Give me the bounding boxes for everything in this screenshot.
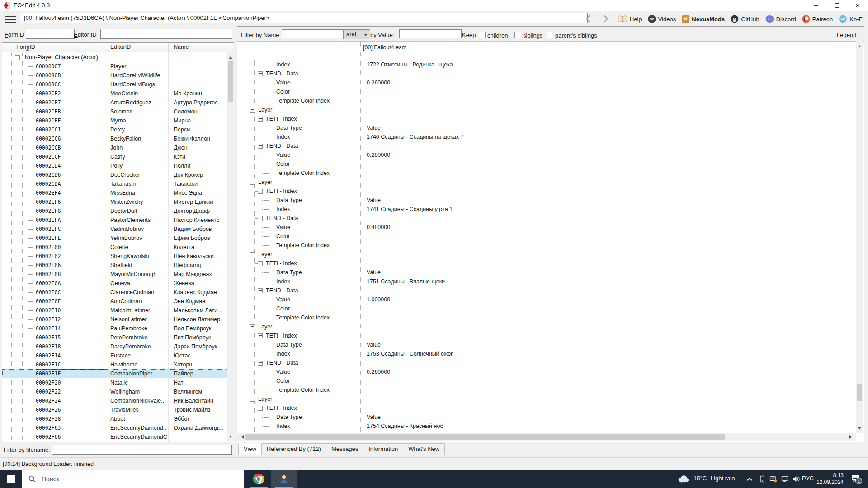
legend-button[interactable]: Legend	[837, 32, 856, 38]
table-row[interactable]: 00002F22WellinghamВеллингем	[2, 387, 228, 396]
table-row[interactable]: 00002F1ECompanionPiperПайпер	[2, 369, 228, 378]
record-row[interactable]: Template Color Index	[237, 96, 856, 105]
record-row[interactable]: Layer	[237, 178, 856, 187]
table-row[interactable]: 00002F0EAnnCodmanЭнн Кодман	[2, 297, 228, 306]
table-row[interactable]: 00002CD6DocCrockerДок Крокер	[2, 170, 228, 179]
record-row[interactable]: Value0.280000	[237, 150, 856, 160]
table-row[interactable]: 00002CD4PollyПолли	[2, 161, 228, 170]
weather-icon[interactable]	[676, 474, 691, 484]
tab-referenced-by-712[interactable]: Referenced By (712)	[262, 443, 326, 455]
table-row[interactable]: 00002CB2MoeCroninМо Кронин	[2, 89, 228, 98]
tab-messages[interactable]: Messages	[326, 443, 363, 455]
record-row[interactable]: Value0.480000	[237, 223, 856, 232]
record-row[interactable]: Index1722 Отметины - Родинка - щека	[237, 60, 856, 69]
keep-siblings-option[interactable]: siblings	[514, 32, 542, 39]
record-row[interactable]: Layer	[237, 322, 856, 331]
table-row[interactable]: 00002F66EncSecurityDiamondCityM01	[2, 432, 228, 441]
table-row[interactable]: 0000080BHardCoreLvlWildlife	[2, 71, 228, 80]
record-row[interactable]: Data TypeValue	[237, 123, 856, 132]
table-row[interactable]: 00002EFCVadimBobrovВадим Бобров	[2, 225, 228, 234]
kofi-link[interactable]: Ko-Fi	[839, 15, 863, 23]
table-row[interactable]: 00002F1CHawthorneХоторн	[2, 360, 228, 369]
expander-icon[interactable]	[258, 288, 263, 293]
siblings-checkbox[interactable]	[514, 32, 521, 38]
operator-select[interactable]: and	[343, 29, 370, 39]
menu-button[interactable]	[5, 14, 16, 23]
table-row[interactable]: 00002F1AEustaceЮстас	[2, 351, 228, 360]
table-row[interactable]: 00002F14PaulPembrokeПол Пемброук	[2, 324, 228, 333]
filter-by-name-input[interactable]	[282, 29, 344, 38]
table-row[interactable]: 00002F06SheffieldШеффилд	[2, 261, 228, 270]
expander-icon[interactable]	[250, 252, 255, 257]
table-row[interactable]: 00002EF4MissEdnaМисс Эдна	[2, 188, 228, 197]
network-icon[interactable]	[781, 475, 789, 483]
formid-filter-input[interactable]	[26, 29, 75, 39]
record-row[interactable]: Template Color Index	[237, 313, 856, 322]
record-row[interactable]: TEND - Data	[237, 286, 856, 295]
expander-icon[interactable]	[250, 108, 255, 113]
filter-by-filename-input[interactable]	[52, 445, 232, 455]
expander-icon[interactable]	[258, 361, 263, 366]
update-tray-icon[interactable]	[769, 475, 777, 483]
expander-icon[interactable]	[250, 397, 255, 402]
table-row[interactable]: 00000007Player	[2, 62, 228, 71]
table-row[interactable]: 00002CBBSolomonСоломон	[2, 107, 228, 116]
record-row[interactable]: Index1753 Ссадины - Солнечный ожог	[237, 349, 856, 358]
videos-link[interactable]: GP Videos	[648, 15, 676, 23]
record-row[interactable]: Template Color Index	[237, 169, 856, 178]
table-row[interactable]: 00002F18DarcyPembrokeДарси Пемброук	[2, 342, 228, 351]
record-row[interactable]: Layer	[237, 105, 856, 114]
expander-icon[interactable]	[258, 144, 263, 149]
record-row[interactable]: Data TypeValue	[237, 196, 856, 205]
notification-button[interactable]: 1	[851, 474, 860, 483]
record-row[interactable]: TETI - Index	[237, 187, 856, 196]
table-row[interactable]: 00002F10MalcolmLatimerМалькольм Лати...	[2, 306, 228, 315]
table-header[interactable]: FormID EditorID Name	[2, 43, 235, 52]
table-row[interactable]: 0000080CHardCoreLvlBugs	[2, 80, 228, 89]
expander-icon[interactable]	[258, 71, 263, 76]
table-row[interactable]: 00002EFAPastorClementsПастор Клементс	[2, 216, 228, 225]
record-row[interactable]: Color	[237, 304, 856, 313]
record-row[interactable]: TEND - Data	[237, 141, 856, 150]
table-row[interactable]: 00002CCFCathyКэти	[2, 152, 228, 161]
table-row[interactable]: 00002F26TravisMilesТрэвис Майлз	[2, 405, 228, 414]
tab-what-s-new[interactable]: What's New	[403, 443, 445, 455]
record-row[interactable]: Template Color Index	[237, 385, 856, 394]
minimize-button[interactable]	[806, 0, 826, 11]
table-row[interactable]: 00002EF8DoctorDuffДоктор Дафф	[2, 206, 228, 216]
filter-by-value-input[interactable]	[399, 29, 462, 38]
close-button[interactable]	[847, 0, 868, 11]
record-row[interactable]: Value0.260000	[237, 367, 856, 376]
expander-icon[interactable]	[15, 55, 20, 60]
record-row[interactable]: TETI - Index	[237, 259, 856, 268]
table-row[interactable]: 00002F20NatalieНат	[2, 378, 228, 387]
help-link[interactable]: Help	[618, 15, 642, 23]
taskbar-clock[interactable]: 8:13 12.09.2024	[814, 472, 844, 486]
record-row[interactable]: Index1741 Ссадины - Ссадины у рта 1	[237, 205, 856, 214]
table-row[interactable]: 00002F28AbbotЭббот	[2, 414, 228, 423]
table-row[interactable]: 00002F63EncSecurityDiamond...Охрана Дайм…	[2, 423, 228, 432]
record-row[interactable]: TEND - Data	[237, 214, 856, 223]
record-row[interactable]: Value1.000000	[237, 295, 856, 304]
record-row[interactable]: Layer	[237, 250, 856, 259]
record-row[interactable]: Color	[237, 232, 856, 241]
weather-temp[interactable]: 15°C	[693, 475, 707, 482]
taskbar-search[interactable]	[22, 470, 244, 488]
restore-button[interactable]	[826, 0, 847, 11]
record-row[interactable]: Color	[237, 160, 856, 169]
right-vertical-scrollbar[interactable]	[856, 41, 863, 433]
table-row[interactable]: 00002F08MayorMcDonoughМэр Макдонах	[2, 270, 228, 279]
patreon-link[interactable]: Patreon	[802, 15, 833, 23]
record-row[interactable]: Data TypeValue	[237, 268, 856, 277]
children-checkbox[interactable]	[479, 32, 486, 38]
left-vertical-scrollbar[interactable]	[227, 52, 234, 441]
table-row[interactable]: 00002EFEYefimBobrovЕфим Бобров	[2, 234, 228, 243]
table-row[interactable]: 00002CBFMyrnaМирна	[2, 116, 228, 125]
weather-desc[interactable]: Light rain	[711, 475, 735, 482]
table-row[interactable]: 00002F02ShengKawolskiШен Кавольски	[2, 252, 228, 261]
record-row[interactable]: Data TypeValue	[237, 413, 856, 422]
expander-icon[interactable]	[258, 333, 263, 338]
record-row[interactable]: TEND - Data	[237, 358, 856, 367]
github-link[interactable]: GitHub	[731, 15, 759, 23]
record-row[interactable]: TETI - Index	[237, 331, 856, 340]
